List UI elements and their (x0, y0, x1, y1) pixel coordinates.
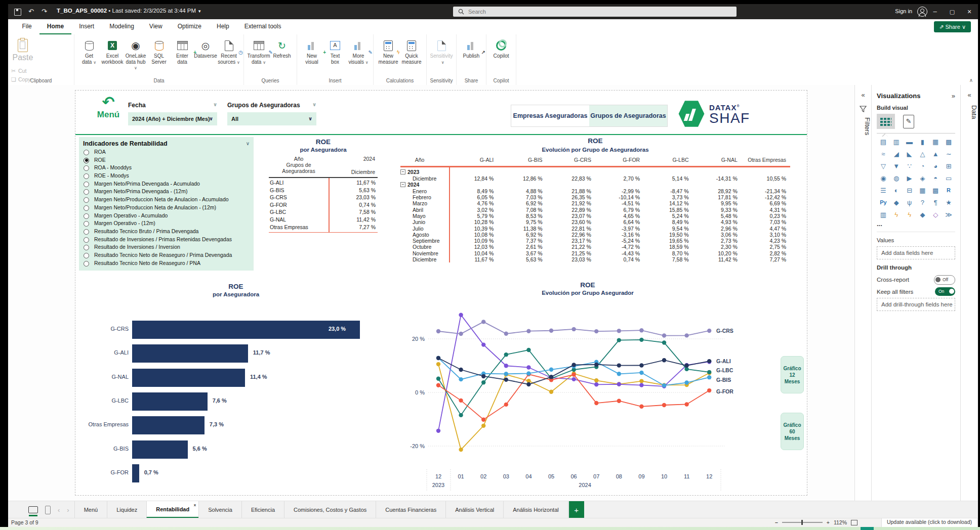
collapse-icon[interactable]: − (400, 182, 405, 187)
ribbon-tab-home[interactable]: Home (39, 19, 71, 35)
bar-g-nal[interactable]: G-NAL11,4 % (79, 369, 393, 387)
empresas-aseguradoras-button[interactable]: Empresas Aseguradoras (511, 105, 589, 126)
page-tab-cuentas-financieras[interactable]: Cuentas Financieras (376, 501, 445, 518)
expand-pane-icon[interactable]: » (952, 92, 955, 100)
ribbon-tab-help[interactable]: Help (209, 19, 237, 33)
paginated-report-icon[interactable]: ▥ (877, 210, 890, 219)
table-icon[interactable]: ▦ (916, 186, 929, 195)
more-visuals-button[interactable]: ✎Morevisuals ∨ (347, 38, 370, 65)
add-data-fields-well[interactable]: Add data fields here (877, 246, 955, 259)
bar-g-lbc[interactable]: G-LBC7,6 % (79, 392, 393, 411)
stacked-area-chart-icon[interactable]: ◣ (903, 150, 916, 158)
slicer-option[interactable]: ROE (79, 156, 254, 164)
paste-button[interactable]: Paste (11, 38, 34, 62)
clustered-column-chart-icon[interactable]: ▮ (916, 138, 929, 146)
zoom-out-icon[interactable]: – (775, 519, 778, 525)
slicer-option[interactable]: Margen Operativo - (12m) (79, 219, 254, 228)
zoom-in-icon[interactable]: + (827, 519, 830, 525)
bar-otras-empresas[interactable]: Otras Empresas7,3 % (79, 416, 393, 434)
python-icon[interactable]: Py (877, 198, 890, 207)
more-visual-options[interactable]: ... (877, 220, 955, 228)
recent-sources-button[interactable]: ◷Recentsources ∨ (217, 38, 240, 65)
multi-row-card-icon[interactable]: ☰ (877, 186, 890, 195)
desktop-view-icon[interactable] (28, 506, 38, 513)
100-stacked-bar-chart-icon[interactable]: ▦ (929, 138, 942, 146)
matrix-icon[interactable]: ▩ (929, 186, 942, 195)
slicer-option[interactable]: Resultado de Inversiones / Inversion (79, 243, 254, 251)
key-influencers-icon[interactable]: ◆ (890, 198, 903, 207)
text-box-button[interactable]: ATextbox (323, 38, 347, 65)
get-data-button[interactable]: Getdata ∨ (77, 38, 101, 65)
slicer-option[interactable]: Resultado Tecnico Bruto / Prima Devengad… (79, 228, 254, 236)
r-script-icon[interactable]: R (942, 186, 955, 195)
page-tab-solvencia[interactable]: Solvencia (198, 501, 241, 518)
marketplace-icon[interactable]: ◇ (929, 210, 942, 219)
shape-map-icon[interactable]: ▶ (903, 174, 916, 183)
ribbon-tab-insert[interactable]: Insert (71, 19, 102, 33)
ribbon-tab-modeling[interactable]: Modeling (102, 19, 142, 33)
pie-chart-icon[interactable]: ◔ (916, 162, 929, 170)
area-chart-icon[interactable]: ◢ (890, 150, 903, 158)
grupos-dropdown[interactable]: All∨ (227, 112, 316, 125)
bar-g-crs[interactable]: G-CRS23,0 % (79, 321, 393, 339)
slicer-option[interactable]: Margen Neto/Prima Devengada - (12m) (79, 188, 254, 196)
filled-map-icon[interactable]: ◍ (890, 174, 903, 183)
funnel-chart-icon[interactable]: ▼ (890, 162, 903, 170)
redo-icon[interactable]: ↷ (42, 8, 47, 15)
series-g-crs[interactable] (436, 320, 712, 338)
cross-report-toggle[interactable]: Off (934, 275, 955, 285)
expand-filters-icon[interactable]: « (855, 91, 871, 99)
onelake-data-hub-button[interactable]: ◉OneLakedata hub ∨ (124, 38, 147, 71)
enter-data-button[interactable]: +Enterdata (171, 38, 194, 65)
transform-data-button[interactable]: ✎Transformdata ∨ (247, 38, 270, 65)
line-chart-icon[interactable]: ≈ (877, 150, 890, 158)
page-tab-rentabilidad[interactable]: Rentabilidadx (146, 501, 198, 518)
cut-button[interactable]: ✂Cut (11, 67, 53, 75)
page-tab-comisiones-costos-y-gastos[interactable]: Comisiones, Costos y Gastos (284, 501, 376, 518)
map-icon[interactable]: ◉ (877, 174, 890, 183)
grafico-12-meses-button[interactable]: Gráfico12Meses (781, 356, 804, 393)
copilot-button[interactable]: Copilot (489, 38, 513, 65)
page-tab-menú[interactable]: Menú (74, 501, 107, 518)
ribbon-chart-icon[interactable]: ∼ (942, 150, 955, 158)
minimize-button[interactable]: – (926, 4, 944, 19)
slicer-option[interactable]: Resultado de Inversiones / Primas Reteni… (79, 236, 254, 244)
waterfall-chart-icon[interactable]: ▽ (877, 162, 890, 170)
line-and-stacked-column-chart-icon[interactable]: △ (916, 150, 929, 158)
bar-g-for[interactable]: G-FOR0,7 % (79, 464, 393, 482)
grafico-60-meses-button[interactable]: Gráfico60Meses (781, 413, 804, 450)
bar-g-ali[interactable]: G-ALI11,7 % (79, 344, 393, 363)
qa-icon[interactable]: ? (916, 198, 929, 207)
add-page-button[interactable]: + (569, 501, 584, 518)
refresh-button[interactable]: ↻Refresh (270, 38, 294, 65)
page-tab-análisis-vertical[interactable]: Análisis Vertical (445, 501, 503, 518)
power-platform-icon[interactable]: ≫ (942, 210, 955, 219)
slicer-icon[interactable]: ⊟ (903, 186, 916, 195)
sensitivity-button[interactable]: Sensitivity ∨ (430, 38, 453, 65)
gauge-icon[interactable]: ◓ (929, 174, 942, 183)
grupos-aseguradoras-button[interactable]: Grupos de Aseguradoras (589, 105, 667, 126)
ribbon-tab-view[interactable]: View (142, 19, 170, 33)
quick-measure-button[interactable]: ϟQuickmeasure (400, 38, 423, 65)
decomposition-tree-icon[interactable]: ψ (903, 198, 916, 207)
update-available-link[interactable]: Update available (click to download) (881, 518, 977, 527)
build-visual-mode-button[interactable] (877, 114, 895, 129)
next-page-icon[interactable]: › (67, 506, 69, 514)
menu-back-button[interactable]: ↶ Menú (91, 95, 126, 120)
save-icon[interactable] (14, 9, 21, 16)
donut-chart-icon[interactable]: ◕ (929, 162, 942, 170)
slicer-option[interactable]: Margen Neto/Prima Devengada - Acumulado (79, 180, 254, 188)
line-and-clustered-column-chart-icon[interactable]: ▲ (929, 150, 942, 158)
keep-all-filters-toggle[interactable]: On (935, 287, 955, 296)
100-stacked-column-chart-icon[interactable]: ▩ (942, 138, 955, 146)
format-visual-mode-button[interactable]: ✎ (903, 115, 914, 128)
treemap-icon[interactable]: ⊞ (942, 162, 955, 170)
scatter-chart-icon[interactable]: ∵ (903, 162, 916, 170)
ribbon-tab-external-tools[interactable]: External tools (237, 19, 289, 33)
maximize-button[interactable]: ▢ (944, 4, 961, 19)
fit-to-page-icon[interactable] (851, 520, 858, 525)
slicer-option[interactable]: ROA - Mooddys (79, 164, 254, 172)
map-marker-icon[interactable]: ◆ (916, 210, 929, 219)
azure-map-icon[interactable]: ◈ (916, 174, 929, 183)
slicer-option[interactable]: ROE - Moodys (79, 172, 254, 180)
